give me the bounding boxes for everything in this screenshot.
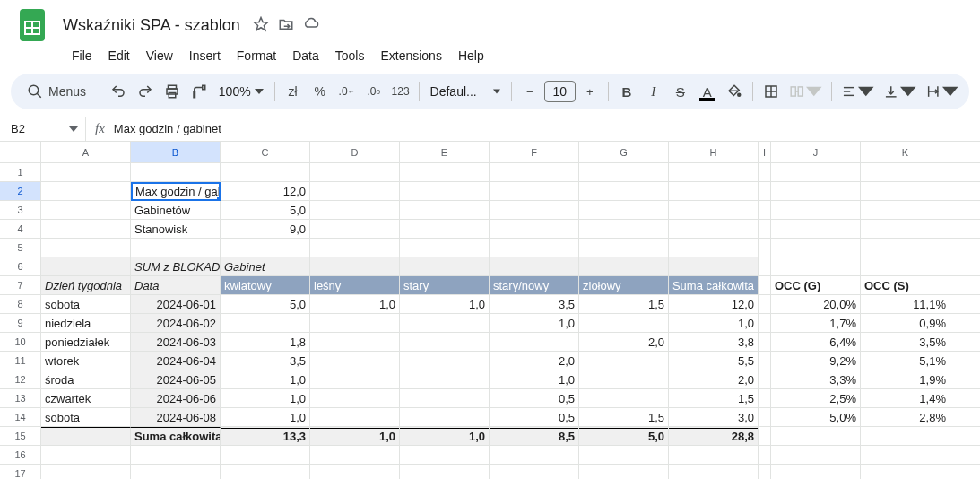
row-header-11[interactable]: 11 [0, 352, 41, 370]
spreadsheet-grid[interactable]: A B C D E F G H I J K 1 2Max godzin / ga… [0, 142, 980, 479]
cell[interactable] [579, 220, 669, 239]
cell[interactable]: niedziela [41, 314, 131, 333]
cell[interactable] [759, 446, 771, 465]
cell[interactable] [41, 239, 131, 257]
cell[interactable] [490, 182, 579, 201]
cell[interactable]: 1,4% [861, 389, 950, 408]
cell[interactable]: 1,0 [490, 314, 579, 333]
cell[interactable]: 3,5 [221, 352, 310, 370]
cell[interactable] [759, 465, 771, 479]
col-header-E[interactable]: E [400, 142, 490, 162]
cell[interactable] [771, 257, 861, 276]
cell[interactable] [400, 182, 490, 201]
cell[interactable] [771, 446, 861, 465]
cell[interactable]: Data [131, 276, 221, 295]
cell[interactable] [400, 333, 490, 352]
cell[interactable]: 1,0 [400, 427, 490, 446]
cell[interactable] [400, 201, 490, 220]
font-size-input[interactable]: 10 [544, 81, 576, 102]
row-header-8[interactable]: 8 [0, 295, 41, 314]
row-header-1[interactable]: 1 [0, 163, 41, 182]
cell[interactable] [759, 201, 771, 220]
menu-extensions[interactable]: Extensions [373, 45, 448, 66]
cell[interactable]: ziołowy [579, 276, 669, 295]
cell[interactable] [950, 314, 980, 333]
row-header-14[interactable]: 14 [0, 408, 41, 427]
row-header-2[interactable]: 2 [0, 182, 41, 201]
col-header-F[interactable]: F [490, 142, 579, 162]
increase-decimal-button[interactable]: .00 [361, 79, 386, 104]
cell[interactable]: 1,7% [771, 314, 861, 333]
cell[interactable] [950, 295, 980, 314]
redo-button[interactable] [133, 79, 158, 104]
cell[interactable]: 2024-06-01 [131, 295, 221, 314]
cell[interactable] [490, 220, 579, 239]
cell[interactable]: 5,5 [669, 352, 759, 370]
cell[interactable]: 9,0 [221, 220, 310, 239]
cell[interactable] [490, 257, 579, 276]
cell[interactable]: 1,8 [221, 333, 310, 352]
cell[interactable]: 1,0 [400, 295, 490, 314]
cell[interactable]: Dzień tygodnia [41, 276, 131, 295]
cell[interactable] [861, 182, 950, 201]
cell[interactable] [950, 276, 980, 295]
cell[interactable] [41, 220, 131, 239]
doc-title[interactable]: Wskaźniki SPA - szablon [57, 14, 246, 37]
col-header-B[interactable]: B [131, 142, 221, 162]
cell[interactable]: 1,0 [221, 389, 310, 408]
cell[interactable]: 1,0 [310, 295, 400, 314]
cell[interactable] [759, 257, 771, 276]
cell[interactable] [400, 389, 490, 408]
cell[interactable] [669, 446, 759, 465]
cell[interactable] [310, 370, 400, 389]
cell[interactable] [221, 314, 310, 333]
cell[interactable] [759, 220, 771, 239]
horizontal-align-button[interactable] [837, 79, 878, 104]
cell[interactable]: 5,0 [221, 295, 310, 314]
text-color-button[interactable]: A [695, 79, 720, 104]
cell[interactable] [310, 333, 400, 352]
cell[interactable] [310, 182, 400, 201]
vertical-align-button[interactable] [880, 79, 920, 104]
cell[interactable] [310, 408, 400, 427]
cell[interactable] [669, 257, 759, 276]
cell[interactable] [759, 427, 771, 446]
cell[interactable]: 1,0 [221, 370, 310, 389]
cell[interactable]: 28,8 [669, 427, 759, 446]
cell[interactable]: 1,5 [579, 295, 669, 314]
cell[interactable]: 9,2% [771, 352, 861, 370]
zoom-select[interactable]: 100% [213, 84, 269, 99]
cell[interactable] [310, 465, 400, 479]
col-header-J[interactable]: J [771, 142, 861, 162]
cell[interactable]: 1,9% [861, 370, 950, 389]
col-header-K[interactable]: K [861, 142, 950, 162]
cell[interactable] [41, 201, 131, 220]
cell[interactable] [759, 370, 771, 389]
cell[interactable] [950, 427, 980, 446]
cell[interactable]: środa [41, 370, 131, 389]
decrease-font-size-button[interactable]: − [517, 79, 542, 104]
selection-handle[interactable] [216, 196, 221, 201]
cell[interactable]: 2,5% [771, 389, 861, 408]
cell[interactable] [400, 220, 490, 239]
cell[interactable]: SUM z BLOKAD [131, 257, 221, 276]
cell[interactable] [669, 163, 759, 182]
font-select[interactable]: Defaul... [425, 84, 506, 99]
cell[interactable] [579, 370, 669, 389]
cell[interactable] [579, 446, 669, 465]
cell[interactable] [771, 465, 861, 479]
cell[interactable] [490, 446, 579, 465]
bold-button[interactable]: B [614, 79, 639, 104]
cell[interactable]: 2024-06-08 [131, 408, 221, 427]
wrap-button[interactable] [922, 79, 962, 104]
cell[interactable] [131, 446, 221, 465]
menu-edit[interactable]: Edit [101, 45, 137, 66]
cell[interactable]: 6,4% [771, 333, 861, 352]
decrease-decimal-button[interactable]: .0← [334, 79, 360, 104]
cell[interactable]: OCC (G) [771, 276, 861, 295]
cell[interactable] [950, 333, 980, 352]
row-header-17[interactable]: 17 [0, 465, 41, 479]
cell[interactable] [41, 427, 131, 446]
col-header-I[interactable]: I [759, 142, 771, 162]
cell[interactable] [861, 465, 950, 479]
